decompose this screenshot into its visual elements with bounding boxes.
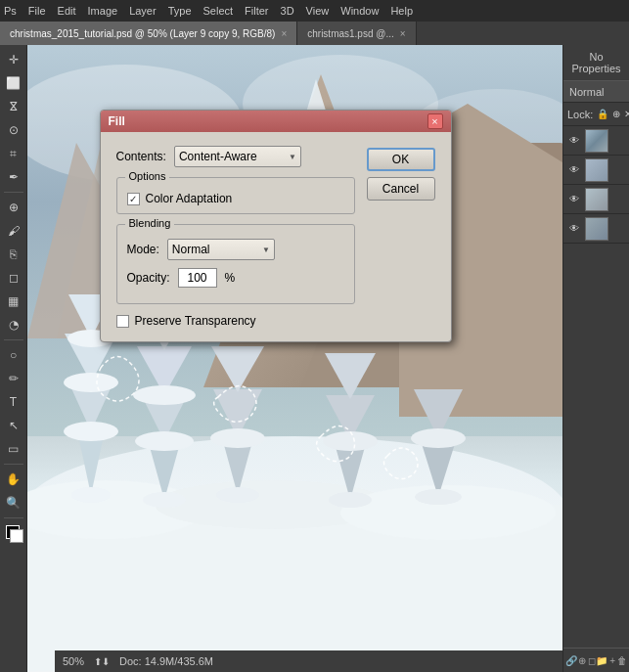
mode-select[interactable]: Normal ▼: [167, 239, 275, 260]
svg-point-44: [415, 489, 462, 505]
layer-eye-icon-1[interactable]: 👁: [567, 134, 581, 148]
svg-point-40: [329, 492, 372, 508]
new-layer-icon[interactable]: +: [607, 652, 617, 668]
cancel-button[interactable]: Cancel: [367, 177, 435, 201]
layer-thumbnail-1: [585, 129, 608, 153]
gradient-tool[interactable]: ▦: [3, 291, 24, 312]
pen-tool[interactable]: ✏: [3, 368, 24, 389]
link-layers-icon[interactable]: 🔗: [565, 652, 577, 668]
layer-item-2[interactable]: 👁: [563, 156, 629, 185]
layers-header: Normal: [563, 81, 629, 103]
lock-icon[interactable]: 🔒: [597, 108, 608, 121]
eraser-tool[interactable]: ◻: [3, 267, 24, 289]
menu-edit[interactable]: Edit: [58, 5, 76, 17]
color-adaptation-row: ✓ Color Adaptation: [127, 192, 344, 205]
menu-image[interactable]: Image: [88, 5, 118, 17]
menu-type[interactable]: Type: [168, 5, 192, 17]
zoom-level: 50%: [63, 655, 84, 667]
ok-button[interactable]: OK: [367, 148, 435, 171]
path-select-tool[interactable]: ↖: [3, 415, 24, 436]
no-properties-label: No Properties: [563, 45, 629, 81]
mode-arrow-icon: ▼: [262, 246, 270, 254]
menu-filter[interactable]: Filter: [245, 5, 268, 17]
layer-eye-icon-3[interactable]: 👁: [567, 193, 581, 206]
svg-point-35: [216, 487, 259, 503]
tab-label-2: christmas1.psd @...: [307, 28, 394, 39]
zoom-arrows[interactable]: ⬆⬇: [94, 656, 110, 667]
lasso-tool[interactable]: ⴵ: [3, 96, 24, 117]
menu-select[interactable]: Select: [203, 5, 234, 17]
svg-point-31: [133, 385, 196, 405]
tool-separator-2: [4, 339, 23, 340]
spot-heal-tool[interactable]: ⊕: [3, 197, 24, 218]
add-mask-icon[interactable]: ◻: [587, 652, 597, 668]
preserve-transparency-checkbox[interactable]: [116, 315, 129, 328]
lock-label: Lock:: [567, 109, 593, 120]
eyedropper-tool[interactable]: ✒: [3, 166, 24, 188]
status-bar: 50% ⬆⬇ Doc: 14.9M/435.6M: [55, 650, 562, 672]
fill-dialog: Fill × Contents: Content-Aware ▼: [100, 110, 452, 342]
brush-tool[interactable]: 🖌: [3, 220, 24, 242]
menu-view[interactable]: View: [306, 5, 330, 17]
foreground-color[interactable]: [3, 522, 24, 544]
layer-lock-row: Lock: 🔒 ⊕ ✕: [563, 103, 629, 126]
percent-label: %: [225, 271, 236, 285]
app-logo: Ps: [4, 5, 17, 17]
zoom-tool[interactable]: 🔍: [3, 492, 24, 514]
delete-layer-icon[interactable]: 🗑: [617, 652, 627, 668]
preserve-transparency-label: Preserve Transparency: [135, 314, 256, 328]
menu-file[interactable]: File: [28, 5, 46, 17]
layer-item-3[interactable]: 👁: [563, 185, 629, 214]
menu-help[interactable]: Help: [390, 5, 413, 17]
menu-window[interactable]: Window: [340, 5, 379, 17]
menu-layer[interactable]: Layer: [129, 5, 157, 17]
move-tool[interactable]: ✛: [3, 49, 24, 70]
new-group-icon[interactable]: 📁: [596, 652, 607, 668]
options-group: Options ✓ Color Adaptation: [116, 177, 355, 214]
blending-group-label: Blending: [125, 217, 175, 229]
menu-3d[interactable]: 3D: [281, 5, 294, 17]
blur-tool[interactable]: ◔: [3, 314, 24, 336]
tab-close-2[interactable]: ×: [400, 28, 406, 39]
hand-tool[interactable]: ✋: [3, 469, 24, 490]
layer-item-4[interactable]: 👁: [563, 214, 629, 244]
color-adaptation-label: Color Adaptation: [146, 192, 233, 205]
crop-tool[interactable]: ⌗: [3, 143, 24, 164]
opacity-row: Opacity: %: [127, 268, 344, 288]
dialog-actions: OK Cancel: [367, 146, 435, 328]
lock-all-icon[interactable]: ✕: [624, 108, 629, 121]
opacity-input[interactable]: [178, 268, 217, 288]
tab-christmas1[interactable]: christmas1.psd @... ×: [297, 22, 416, 45]
tab-bar: christmas_2015_tutorial.psd @ 50% (Layer…: [0, 22, 629, 45]
tab-christmas-tutorial[interactable]: christmas_2015_tutorial.psd @ 50% (Layer…: [0, 22, 297, 45]
dialog-title: Fill: [109, 114, 125, 128]
svg-point-41: [323, 431, 378, 451]
contents-row: Contents: Content-Aware ▼: [116, 146, 355, 167]
lock-move-icon[interactable]: ⊕: [612, 108, 620, 121]
clone-stamp-tool[interactable]: ⎘: [3, 244, 24, 265]
shape-tool[interactable]: ▭: [3, 438, 24, 460]
svg-point-45: [411, 428, 466, 448]
layer-item-1[interactable]: 👁: [563, 126, 629, 156]
menu-bar: Ps File Edit Image Layer Type Select Fil…: [0, 0, 629, 22]
canvas-area: 50% ⬆⬇ Doc: 14.9M/435.6M Fill × Contents…: [27, 45, 562, 672]
quick-select-tool[interactable]: ⊙: [3, 119, 24, 141]
svg-point-22: [64, 422, 118, 441]
layer-eye-icon-4[interactable]: 👁: [567, 222, 581, 236]
add-style-icon[interactable]: ⊕: [577, 652, 587, 668]
left-toolbar: ✛ ⬜ ⴵ ⊙ ⌗ ✒ ⊕ 🖌 ⎘ ◻ ▦ ◔ ○ ✏ T ↖ ▭ ✋ 🔍: [0, 45, 27, 672]
dialog-close-button[interactable]: ×: [427, 113, 443, 129]
layer-eye-icon-2[interactable]: 👁: [567, 163, 581, 177]
svg-point-29: [143, 492, 186, 508]
contents-select[interactable]: Content-Aware ▼: [174, 146, 301, 167]
layer-thumbnail-4: [585, 217, 608, 241]
dodge-tool[interactable]: ○: [3, 344, 24, 366]
tab-close-1[interactable]: ×: [281, 28, 287, 39]
panel-bottom-icons: 🔗 ⊕ ◻ 📁 + 🗑: [563, 648, 629, 672]
mode-row: Mode: Normal ▼: [127, 239, 344, 260]
color-adaptation-checkbox[interactable]: ✓: [127, 193, 140, 205]
blending-group: Blending Mode: Normal ▼: [116, 224, 355, 304]
type-tool[interactable]: T: [3, 391, 24, 413]
rectangle-select-tool[interactable]: ⬜: [3, 72, 24, 94]
contents-arrow-icon: ▼: [289, 153, 296, 161]
